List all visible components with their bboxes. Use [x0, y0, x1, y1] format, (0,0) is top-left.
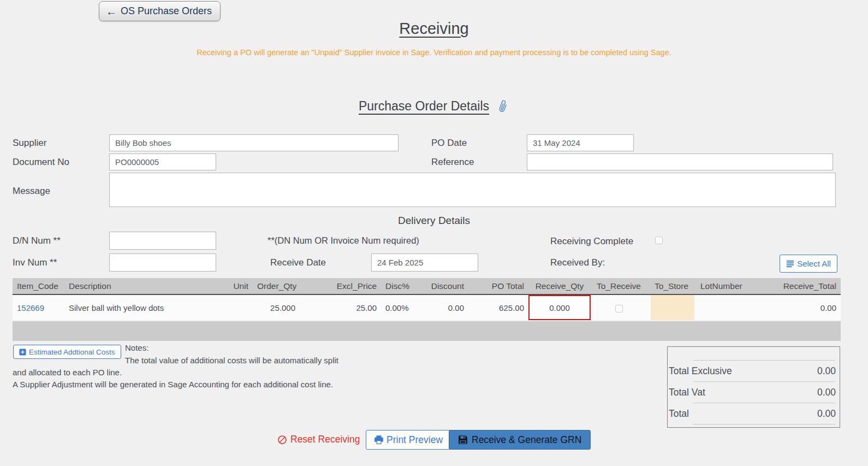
inv-num-label: Inv Num **	[13, 257, 57, 268]
printer-icon	[374, 435, 384, 445]
total-vat-row: Total Vat 0.00	[668, 382, 840, 403]
slash-circle-icon	[277, 435, 287, 445]
select-all-button[interactable]: Select All	[780, 255, 837, 273]
item-unit	[221, 294, 253, 321]
document-no-label: Document No	[13, 157, 69, 168]
total-exclusive-label: Total Exclusive	[669, 365, 732, 377]
col-unit: Unit	[221, 278, 253, 294]
item-lot-number	[696, 294, 749, 321]
estimated-additional-costs-button[interactable]: Estimated Addtional Costs	[13, 345, 121, 359]
receive-date-label: Receive Date	[270, 257, 326, 268]
received-by-label: Received By:	[550, 257, 605, 268]
total-vat-label: Total Vat	[669, 387, 705, 398]
dn-num-input[interactable]	[109, 232, 216, 250]
col-lot-number: LotNumber	[696, 278, 749, 294]
total-vat-value: 0.00	[817, 387, 836, 398]
save-icon	[458, 435, 468, 445]
paperclip-icon[interactable]	[495, 98, 511, 114]
col-to-store: To_Store	[647, 278, 696, 294]
notes-label: Notes:	[125, 343, 148, 352]
note-line-1: The total value of additional costs will…	[125, 356, 338, 365]
item-order-qty: 25.000	[253, 294, 300, 321]
col-description: Description	[64, 278, 221, 294]
receiving-complete-checkbox[interactable]	[655, 237, 663, 244]
note-line-3: A Supplier Adjustment will be generated …	[13, 380, 333, 389]
message-textarea[interactable]	[109, 173, 836, 207]
reference-label: Reference	[431, 157, 474, 168]
col-to-receive: To_Receive	[591, 278, 647, 294]
total-exclusive-value: 0.00	[817, 365, 836, 377]
back-to-os-purchase-orders-button[interactable]: ← OS Purchase Orders	[99, 1, 221, 21]
item-discount: 0.00	[413, 294, 468, 321]
po-date-label: PO Date	[431, 138, 467, 149]
reference-input[interactable]	[527, 154, 833, 170]
dn-num-label: D/N Num **	[13, 235, 61, 246]
dn-or-invoice-required-note: **(DN Num OR Invoice Num required)	[267, 235, 419, 246]
col-receive-total: Receive_Total	[749, 278, 841, 294]
print-preview-label: Print Preview	[387, 434, 443, 446]
po-details-heading: Purchase Order Details	[0, 99, 868, 114]
document-no-input[interactable]	[109, 154, 216, 170]
col-item-code: Item_Code	[13, 278, 64, 294]
item-po-total: 625.00	[468, 294, 528, 321]
receiving-complete-label: Receiving Complete	[550, 236, 633, 247]
col-order-qty: Order_Qty	[253, 278, 300, 294]
totals-separator	[693, 424, 835, 424]
delivery-details-heading: Delivery Details	[0, 215, 868, 227]
total-label: Total	[669, 408, 689, 420]
total-value: 0.00	[817, 408, 836, 420]
col-excl-price: Excl_Price	[300, 278, 381, 294]
receive-date-input[interactable]	[371, 253, 478, 272]
col-po-total: PO Total	[468, 278, 528, 294]
supplier-label: Supplier	[13, 138, 46, 149]
note-line-2: and allocated to each PO line.	[13, 368, 122, 377]
receiving-page: ← OS Purchase Orders Receiving Receiving…	[0, 0, 868, 466]
col-discount: Discount	[413, 278, 468, 294]
totals-box: Total Exclusive 0.00 Total Vat 0.00 Tota…	[667, 346, 840, 428]
receive-generate-grn-button[interactable]: Receive & Generate GRN	[449, 430, 591, 450]
total-exclusive-row: Total Exclusive 0.00	[668, 361, 840, 381]
supplier-input[interactable]	[109, 134, 399, 151]
item-receive-total: 0.00	[749, 294, 841, 321]
receive-generate-grn-label: Receive & Generate GRN	[472, 434, 581, 446]
po-date-input[interactable]	[527, 134, 634, 151]
estimated-costs-label: Estimated Addtional Costs	[29, 348, 115, 356]
to-receive-checkbox[interactable]	[615, 305, 623, 312]
item-excl-price: 25.00	[300, 294, 381, 321]
sage-notice-text: Receiving a PO will generate an "Unpaid"…	[0, 48, 868, 57]
table-header-row: Item_Code Description Unit Order_Qty Exc…	[13, 278, 841, 294]
table-footer-bar	[13, 321, 841, 341]
back-arrow-icon: ←	[106, 6, 117, 17]
message-label: Message	[13, 186, 50, 197]
page-title: Receiving	[0, 20, 868, 38]
print-preview-button[interactable]: Print Preview	[366, 430, 451, 450]
reset-receiving-label: Reset Receiving	[290, 434, 360, 445]
back-button-label: OS Purchase Orders	[121, 5, 212, 17]
line-items-table: Item_Code Description Unit Order_Qty Exc…	[13, 278, 841, 341]
item-disc-pct: 0.00%	[381, 294, 413, 321]
to-store-field[interactable]	[651, 295, 694, 320]
item-description: Silver ball with yellow dots	[64, 294, 221, 321]
select-all-label: Select All	[797, 259, 831, 268]
reset-receiving-button[interactable]: Reset Receiving	[277, 434, 360, 445]
list-icon	[786, 259, 794, 268]
total-row: Total 0.00	[668, 403, 840, 424]
col-receive-qty: Receive_Qty	[528, 278, 591, 294]
col-disc-pct: Disc%	[381, 278, 413, 294]
inv-num-input[interactable]	[109, 253, 216, 272]
item-code-link[interactable]: 152669	[17, 303, 44, 312]
plus-square-icon	[19, 349, 26, 356]
receive-qty-input[interactable]	[528, 295, 591, 320]
table-row: 152669 Silver ball with yellow dots 25.0…	[13, 294, 841, 321]
